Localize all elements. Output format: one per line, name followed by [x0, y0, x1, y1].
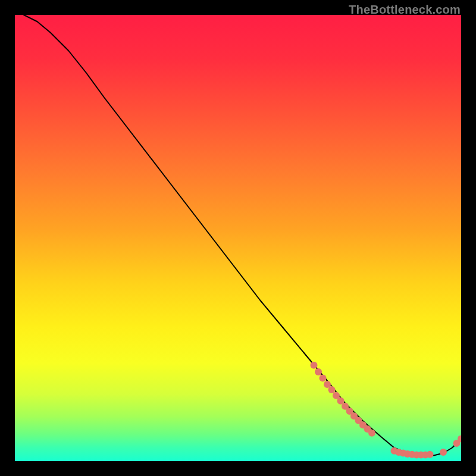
data-point	[311, 362, 318, 369]
curve-line	[24, 15, 461, 456]
plot-area	[15, 15, 461, 461]
data-point	[427, 451, 434, 458]
chart-svg	[15, 15, 461, 461]
data-point	[328, 386, 336, 393]
data-point	[315, 368, 322, 375]
chart-stage: TheBottleneck.com	[0, 0, 476, 476]
data-point	[368, 430, 375, 437]
data-point	[440, 449, 447, 456]
data-point	[320, 375, 327, 382]
